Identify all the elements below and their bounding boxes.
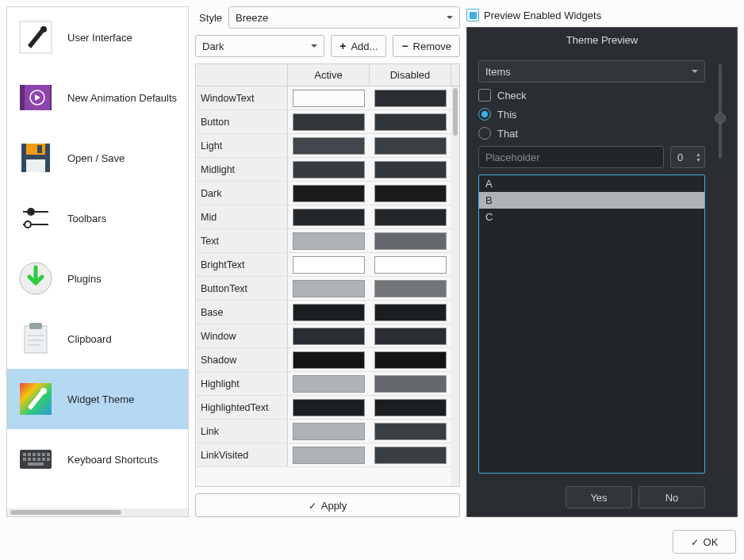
active-swatch[interactable]: [293, 328, 365, 345]
color-row: WindowText: [196, 86, 451, 110]
disabled-swatch[interactable]: [374, 161, 447, 178]
svg-rect-25: [33, 453, 36, 456]
list-item[interactable]: C: [479, 209, 704, 225]
preview-radio-this[interactable]: [478, 108, 491, 121]
active-swatch[interactable]: [293, 351, 365, 369]
role-label: HighlightedText: [196, 396, 288, 419]
disabled-swatch[interactable]: [374, 304, 447, 321]
active-swatch[interactable]: [293, 447, 365, 464]
list-item[interactable]: B: [479, 192, 704, 209]
color-row: Text: [196, 229, 451, 253]
preview-column: Preview Enabled Widgets Theme Preview It…: [466, 6, 738, 517]
active-swatch[interactable]: [293, 232, 365, 250]
role-label: WindowText: [196, 86, 288, 109]
active-swatch[interactable]: [293, 256, 365, 274]
preview-combo[interactable]: Items: [478, 60, 705, 82]
preview-title: Theme Preview: [467, 28, 737, 52]
style-select[interactable]: Breeze: [228, 6, 460, 29]
preview-no-button[interactable]: No: [639, 486, 705, 508]
list-item[interactable]: A: [479, 175, 704, 192]
active-swatch[interactable]: [293, 280, 365, 297]
active-swatch[interactable]: [293, 423, 365, 440]
sidebar-item-user-interface[interactable]: User Interface: [7, 7, 188, 67]
svg-rect-34: [47, 458, 50, 461]
svg-point-1: [40, 26, 47, 33]
plus-icon: +: [339, 40, 346, 52]
add-button[interactable]: + Add...: [331, 35, 386, 57]
disabled-swatch[interactable]: [374, 185, 447, 202]
sidebar-item-new-animation-defaults[interactable]: New Animation Defaults: [7, 67, 188, 128]
svg-rect-3: [20, 85, 25, 110]
active-swatch[interactable]: [293, 399, 365, 416]
role-label: Shadow: [196, 348, 288, 371]
palette-icon: [13, 377, 58, 421]
role-label: Link: [196, 420, 288, 443]
svg-rect-9: [37, 145, 42, 153]
preview-spinbox[interactable]: 0 ▲▼: [670, 146, 705, 168]
color-row: Button: [196, 110, 451, 134]
preview-listbox[interactable]: ABC: [478, 175, 705, 474]
disabled-swatch[interactable]: [374, 256, 447, 274]
sidebar-item-keyboard-shortcuts[interactable]: Keyboard Shortcuts: [7, 429, 188, 489]
disabled-swatch[interactable]: [374, 137, 447, 155]
svg-rect-23: [23, 453, 26, 456]
keyboard-icon: [13, 437, 58, 481]
brush-icon: [13, 15, 58, 59]
role-label: Window: [196, 324, 288, 347]
svg-rect-4: [50, 85, 52, 110]
disabled-swatch[interactable]: [374, 423, 447, 440]
active-swatch[interactable]: [293, 137, 365, 155]
sidebar-item-widget-theme[interactable]: Widget Theme: [7, 369, 188, 429]
role-label: Button: [196, 110, 288, 133]
disabled-swatch[interactable]: [374, 232, 447, 250]
disabled-swatch[interactable]: [374, 113, 447, 131]
preview-yes-button[interactable]: Yes: [566, 486, 632, 508]
color-row: ButtonText: [196, 277, 451, 301]
download-icon: [13, 256, 58, 301]
preview-text-input[interactable]: Placeholder: [478, 146, 664, 168]
check-icon: [309, 500, 316, 512]
widget-theme-panel: Style Breeze Dark + Add... − Remove Acti…: [195, 6, 460, 517]
disabled-swatch[interactable]: [374, 351, 447, 369]
sidebar-item-open-save[interactable]: Open / Save: [7, 128, 188, 188]
preview-slider[interactable]: [719, 63, 722, 159]
role-label: Mid: [196, 205, 288, 228]
svg-rect-28: [47, 453, 50, 456]
disabled-swatch[interactable]: [374, 375, 447, 393]
disabled-swatch[interactable]: [374, 280, 447, 297]
ok-button[interactable]: OK: [673, 530, 736, 554]
preview-enabled-checkbox[interactable]: [466, 9, 479, 21]
disabled-swatch[interactable]: [374, 328, 447, 345]
preview-radio-that[interactable]: [478, 127, 491, 140]
sidebar-item-plugins[interactable]: Plugins: [7, 248, 188, 309]
svg-point-21: [40, 388, 47, 394]
sidebar-item-label: New Animation Defaults: [67, 92, 182, 104]
palette-select[interactable]: Dark: [195, 35, 324, 57]
svg-rect-26: [37, 453, 40, 456]
active-swatch[interactable]: [293, 209, 365, 226]
disabled-swatch[interactable]: [374, 447, 447, 464]
sidebar-item-label: Plugins: [67, 273, 182, 285]
preview-checkbox[interactable]: [478, 89, 491, 102]
svg-rect-31: [33, 458, 36, 461]
active-swatch[interactable]: [293, 304, 365, 321]
active-swatch[interactable]: [293, 375, 365, 393]
slider-handle[interactable]: [715, 113, 726, 124]
disabled-swatch[interactable]: [374, 90, 447, 107]
active-swatch[interactable]: [293, 161, 365, 178]
sidebar-item-clipboard[interactable]: Clipboard: [7, 309, 188, 369]
active-swatch[interactable]: [293, 185, 365, 202]
apply-button[interactable]: Apply: [195, 493, 460, 517]
remove-button[interactable]: − Remove: [393, 35, 460, 57]
table-scrollbar[interactable]: [451, 86, 459, 486]
active-swatch[interactable]: [293, 90, 365, 107]
role-label: Midlight: [196, 158, 288, 181]
sidebar-item-toolbars[interactable]: Toolbars: [7, 188, 188, 248]
style-label: Style: [195, 12, 222, 24]
sidebar-item-label: Widget Theme: [67, 393, 182, 405]
active-swatch[interactable]: [293, 113, 365, 131]
svg-rect-8: [26, 159, 45, 172]
sidebar-scrollbar[interactable]: [7, 508, 188, 516]
disabled-swatch[interactable]: [374, 209, 447, 226]
disabled-swatch[interactable]: [374, 399, 447, 416]
